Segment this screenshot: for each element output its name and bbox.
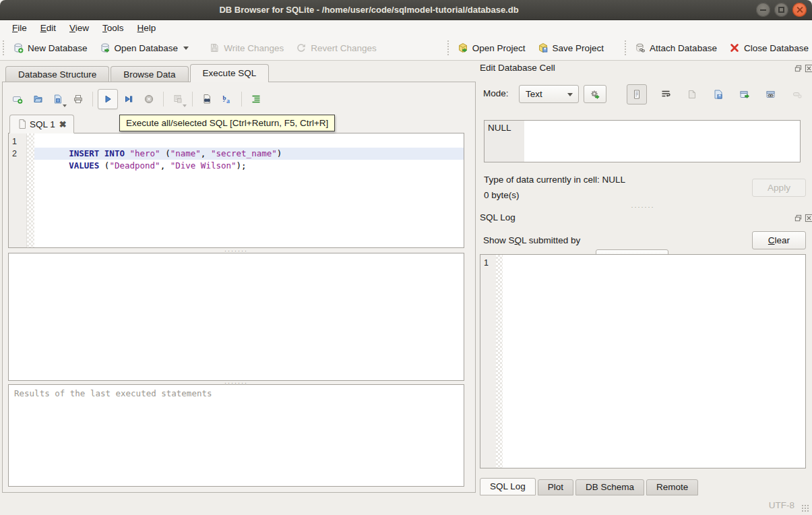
line-number-gutter: 1 2 (9, 133, 27, 247)
tab-execute-sql[interactable]: Execute SQL (190, 64, 270, 82)
open-database-icon (100, 42, 111, 53)
close-dock-icon[interactable] (805, 64, 812, 73)
sql-text: ( (99, 160, 109, 171)
auto-apply-button[interactable] (584, 85, 606, 103)
float-dock-icon[interactable] (794, 214, 803, 222)
execute-tooltip: Execute all/selected SQL [Ctrl+Return, F… (119, 115, 335, 131)
menu-view[interactable]: View (63, 22, 96, 34)
open-project-button[interactable]: Open Project (451, 40, 532, 56)
close-button[interactable] (792, 3, 807, 17)
sql-editor-toolbar: ba (8, 88, 266, 111)
attach-database-button[interactable]: Attach Database (629, 40, 723, 56)
indent-lines-button[interactable] (247, 89, 266, 109)
revert-changes-button: Revert Changes (290, 40, 383, 56)
line-number: 1 (9, 135, 26, 148)
toolbar-drag-handle[interactable] (625, 40, 626, 55)
sql-text: ( (160, 148, 170, 158)
text-document-icon (631, 89, 642, 100)
menu-bar: File Edit View Tools Help (0, 20, 812, 36)
save-sql-file-button[interactable] (49, 89, 67, 109)
write-changes-icon (209, 42, 220, 53)
open-sql-file-icon (32, 94, 43, 104)
open-in-app-button[interactable] (737, 86, 752, 102)
toolbar-button-label: Attach Database (650, 43, 717, 53)
svg-text:b: b (223, 94, 226, 101)
save-results-icon (173, 94, 183, 104)
dock-tab-remote[interactable]: Remote (646, 479, 698, 495)
minimize-icon (756, 3, 770, 17)
sql-string: "hero" (129, 148, 160, 158)
find-replace-button[interactable] (197, 89, 216, 109)
tab-browse-data[interactable]: Browse Data (111, 66, 188, 82)
execute-sql-button[interactable] (98, 89, 118, 109)
open-database-button[interactable]: Open Database (94, 40, 195, 56)
import-cell-button (685, 86, 699, 102)
auto-format-button[interactable]: ba (218, 89, 237, 109)
toolbar-separator (163, 92, 164, 107)
code-area[interactable]: INSERT INTO "hero" ("name", "secret_name… (34, 133, 464, 247)
save-sql-file-icon (53, 94, 63, 104)
word-wrap-icon (660, 89, 671, 100)
close-icon (792, 3, 807, 17)
clear-log-button[interactable]: Clear (752, 231, 806, 249)
execute-line-button[interactable] (119, 89, 138, 109)
export-cell-button[interactable] (711, 86, 726, 102)
dock-tab-bar: SQL Log Plot DB Schema Remote (480, 478, 700, 495)
sql-log-dock-buttons (794, 214, 812, 222)
open-sql-file-button[interactable] (28, 89, 47, 109)
close-database-button[interactable]: Close Database (723, 40, 812, 56)
toolbar-drag-handle[interactable] (447, 40, 449, 55)
sql-tab-close-icon[interactable]: ✖ (59, 119, 67, 129)
new-sql-tab-button[interactable] (8, 89, 27, 109)
results-message-pane[interactable]: Results of the last executed statements (8, 384, 464, 487)
new-database-button[interactable]: New Database (7, 40, 94, 56)
window-controls (756, 3, 807, 17)
sql-text: , (160, 160, 170, 171)
edit-cell-dock-buttons (794, 64, 812, 73)
resize-grip[interactable] (801, 504, 809, 512)
sql-editor[interactable]: 1 2 INSERT INTO "hero" ("name", "secret_… (8, 133, 464, 248)
cell-value-area[interactable] (524, 121, 800, 162)
dock-tab-db-schema[interactable]: DB Schema (575, 479, 644, 495)
float-dock-icon[interactable] (794, 64, 803, 73)
encoding-indicator[interactable]: UTF-8 (769, 500, 794, 510)
revert-changes-icon (296, 42, 307, 53)
dock-tab-plot[interactable]: Plot (538, 479, 573, 495)
close-dock-icon[interactable] (805, 214, 812, 222)
pane-splitter[interactable]: ······· (8, 248, 464, 253)
sql-log-view[interactable]: 1 (480, 254, 806, 468)
toolbar-button-label: Revert Changes (311, 43, 377, 53)
results-grid-pane[interactable] (8, 253, 464, 381)
dock-tab-sql-log[interactable]: SQL Log (480, 478, 536, 495)
copy-link-button[interactable] (763, 86, 778, 102)
print-sql-button[interactable] (69, 89, 88, 109)
cell-value-editor[interactable]: NULL (484, 120, 801, 162)
log-text-area[interactable] (503, 255, 805, 468)
menu-tools[interactable]: Tools (96, 22, 131, 34)
text-mode-button[interactable] (627, 84, 647, 104)
title-bar[interactable]: DB Browser for SQLite - /home/user/code/… (0, 0, 812, 20)
menu-help[interactable]: Help (131, 22, 163, 34)
toolbar-button-label: Open Project (472, 43, 526, 53)
tab-database-structure[interactable]: Database Structure (5, 66, 109, 82)
open-database-dropdown-icon[interactable] (183, 47, 189, 50)
dock-splitter[interactable]: ······· (480, 204, 806, 209)
import-icon (687, 89, 697, 100)
toolbar-drag-handle[interactable] (3, 40, 4, 55)
main-toolbar: New Database Open Database Write Changes… (0, 36, 812, 61)
menu-file[interactable]: File (5, 22, 34, 34)
maximize-button[interactable] (774, 3, 788, 17)
sql-text: ); (237, 160, 247, 171)
print-icon (73, 94, 84, 104)
minimize-button[interactable] (756, 3, 770, 17)
word-wrap-button[interactable] (658, 86, 673, 102)
toolbar-separator (241, 92, 242, 107)
menu-edit[interactable]: Edit (34, 22, 63, 34)
mode-select[interactable]: Text (519, 85, 579, 103)
save-sql-dropdown-icon[interactable] (63, 104, 67, 107)
sql-document-tab[interactable]: SQL 1 ✖ (9, 115, 74, 133)
log-line-gutter: 1 (480, 255, 496, 468)
save-project-button[interactable]: Save Project (532, 40, 611, 56)
mode-label: Mode: (483, 88, 509, 98)
fold-margin (27, 133, 34, 247)
